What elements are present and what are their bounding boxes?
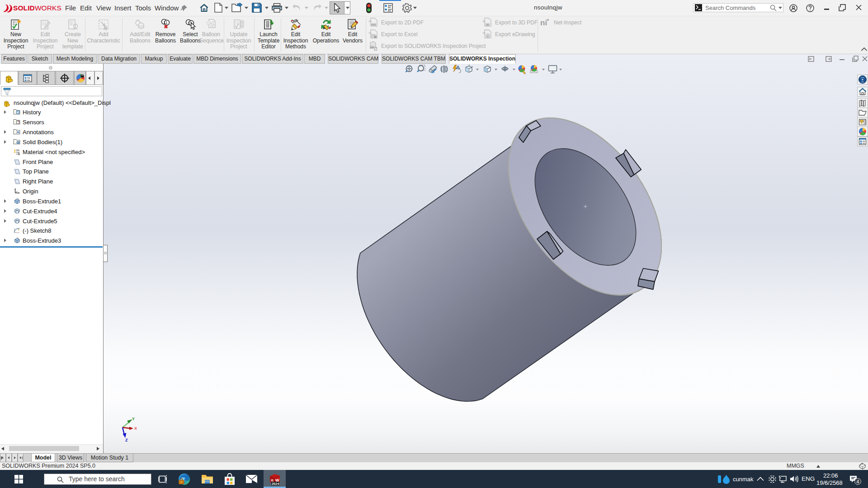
svg-text:3: 3 [212,22,215,26]
svg-text:PDF: PDF [371,23,377,26]
svg-text:Z: Z [125,438,128,442]
svg-text:e: e [487,34,489,38]
svg-text:X: X [134,426,137,431]
svg-text:3D: 3D [486,23,489,26]
svg-text:ni: ni [540,19,547,27]
svg-text:3D: 3D [861,81,864,83]
svg-text:SW: SW [370,46,374,49]
svg-text:2024: 2024 [272,482,280,486]
svg-text:11: 11 [164,20,168,25]
svg-text:A: A [17,130,19,134]
svg-text:111: 111 [138,24,144,28]
svg-text:Y: Y [132,417,135,421]
